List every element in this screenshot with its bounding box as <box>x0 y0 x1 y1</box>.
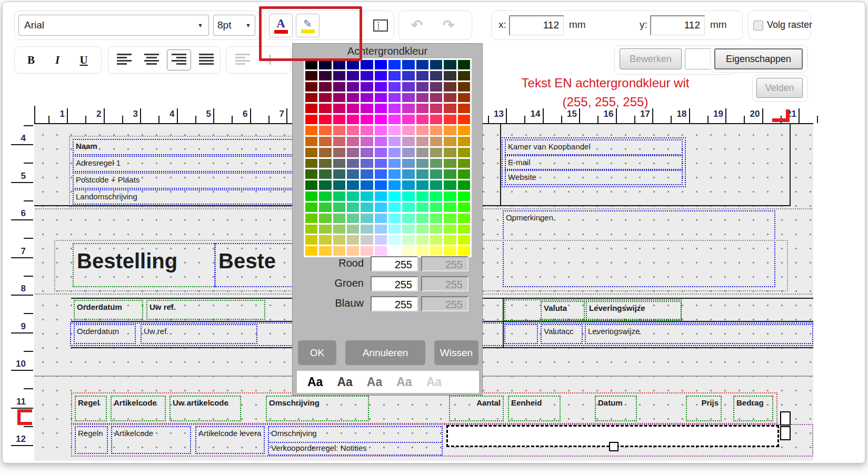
header-orderdatum[interactable]: Orderdatum <box>74 300 143 320</box>
resize-handle-right-top[interactable] <box>780 411 791 426</box>
color-swatch[interactable] <box>319 104 331 113</box>
color-swatch[interactable] <box>347 180 359 190</box>
field-regelnr[interactable]: Regeln <box>75 426 108 454</box>
color-swatch[interactable] <box>347 203 359 212</box>
color-swatch[interactable] <box>361 214 373 223</box>
color-swatch[interactable] <box>333 203 345 212</box>
color-swatch[interactable] <box>416 104 428 113</box>
color-swatch[interactable] <box>347 60 359 69</box>
header-prijs[interactable]: Prijs <box>686 396 722 421</box>
color-swatch[interactable] <box>444 148 456 157</box>
color-swatch[interactable] <box>388 137 401 146</box>
color-swatch[interactable] <box>416 246 428 256</box>
color-swatch[interactable] <box>388 60 401 69</box>
color-swatch[interactable] <box>333 104 345 113</box>
header-leveringswijze[interactable]: Leveringswijze <box>586 301 682 320</box>
color-swatch[interactable] <box>458 148 470 157</box>
color-swatch[interactable] <box>416 235 428 245</box>
color-swatch[interactable] <box>402 93 414 103</box>
color-swatch[interactable] <box>430 235 442 245</box>
color-swatch[interactable] <box>347 148 359 157</box>
color-swatch[interactable] <box>375 93 387 103</box>
color-swatch[interactable] <box>319 235 331 245</box>
color-swatch[interactable] <box>402 246 414 256</box>
color-swatch[interactable] <box>305 180 317 190</box>
font-preview-sample[interactable]: Aa <box>396 375 412 389</box>
color-swatch[interactable] <box>361 235 373 245</box>
color-swatch[interactable] <box>388 235 401 245</box>
color-swatch[interactable] <box>375 203 387 212</box>
color-swatch[interactable] <box>333 93 345 103</box>
color-swatch[interactable] <box>305 225 317 234</box>
color-swatch[interactable] <box>388 115 401 124</box>
color-swatch[interactable] <box>333 71 345 80</box>
velden-button[interactable]: Velden <box>756 78 803 98</box>
color-swatch[interactable] <box>361 180 373 190</box>
header-artikelcode[interactable]: Artikelcode <box>111 396 166 421</box>
color-swatch[interactable] <box>375 148 387 157</box>
color-swatch[interactable] <box>333 214 345 223</box>
header-valuta[interactable]: Valuta <box>541 301 585 320</box>
field-website[interactable]: Website <box>505 170 683 185</box>
color-swatch[interactable] <box>444 246 456 256</box>
color-swatch[interactable] <box>361 82 373 92</box>
color-swatch[interactable] <box>319 82 331 92</box>
color-swatch[interactable] <box>444 191 456 201</box>
ok-button[interactable]: OK <box>298 340 336 365</box>
redo-button[interactable]: ↷ <box>435 14 462 37</box>
color-swatch[interactable] <box>430 225 442 234</box>
color-swatch[interactable] <box>375 60 387 69</box>
color-swatch[interactable] <box>388 71 401 80</box>
color-swatch[interactable] <box>361 203 373 212</box>
color-swatch[interactable] <box>388 191 401 201</box>
header-eenheid[interactable]: Eenheid <box>508 396 561 421</box>
field-email[interactable]: E-mail <box>505 155 683 170</box>
color-swatch[interactable] <box>416 203 428 212</box>
color-swatch[interactable] <box>375 180 387 190</box>
eigenschappen-button[interactable]: Eigenschappen <box>714 48 803 69</box>
color-swatch[interactable] <box>305 169 317 179</box>
groen-input[interactable]: 255 <box>371 276 418 291</box>
color-swatch[interactable] <box>319 169 331 179</box>
color-swatch[interactable] <box>430 169 442 179</box>
color-swatch[interactable] <box>305 148 317 157</box>
color-swatch[interactable] <box>333 60 345 69</box>
color-swatch[interactable] <box>347 246 359 256</box>
color-swatch[interactable] <box>305 203 317 212</box>
color-swatch[interactable] <box>375 169 387 179</box>
indent-button[interactable] <box>231 49 254 70</box>
color-swatch[interactable] <box>347 214 359 223</box>
color-swatch[interactable] <box>416 169 428 179</box>
color-swatch[interactable] <box>430 180 442 190</box>
header-aantal[interactable]: Aantal <box>449 396 504 421</box>
color-swatch[interactable] <box>319 137 331 146</box>
color-swatch[interactable] <box>375 115 387 124</box>
color-swatch[interactable] <box>319 115 331 124</box>
color-swatch[interactable] <box>375 235 387 245</box>
color-swatch[interactable] <box>305 137 317 146</box>
field-omschrijving[interactable]: Omschrijving <box>268 426 443 443</box>
color-swatch[interactable] <box>333 148 345 157</box>
color-swatch[interactable] <box>361 71 373 80</box>
color-swatch[interactable] <box>388 246 401 256</box>
color-swatch[interactable] <box>361 93 373 103</box>
font-family-select[interactable]: Arial ▼ <box>18 15 209 36</box>
color-swatch[interactable] <box>333 191 345 201</box>
color-swatch[interactable] <box>430 137 442 146</box>
header-bedrag[interactable]: Bedrag <box>733 396 773 421</box>
color-swatch[interactable] <box>305 246 317 256</box>
color-swatch[interactable] <box>458 82 470 92</box>
color-swatch[interactable] <box>402 203 414 212</box>
color-swatch[interactable] <box>319 203 331 212</box>
color-swatch[interactable] <box>305 104 317 113</box>
color-swatch[interactable] <box>458 169 470 179</box>
header-omschrijving[interactable]: Omschrijving <box>266 396 369 421</box>
color-swatch[interactable] <box>458 137 470 146</box>
color-swatch[interactable] <box>305 82 317 92</box>
color-swatch[interactable] <box>458 180 470 190</box>
color-swatch[interactable] <box>361 104 373 113</box>
color-swatch[interactable] <box>388 82 401 92</box>
color-swatch[interactable] <box>319 246 331 256</box>
color-swatch[interactable] <box>319 126 331 135</box>
field-artikelcode-leverancier[interactable]: Artikelcode levera <box>195 426 265 454</box>
